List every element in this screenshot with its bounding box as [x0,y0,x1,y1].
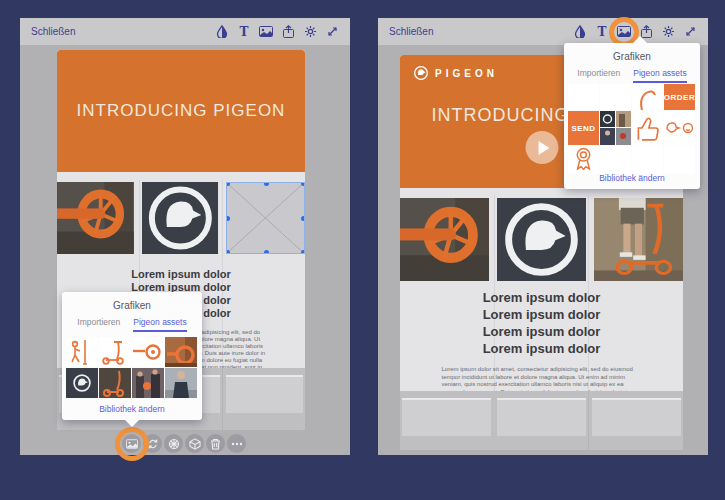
email-image-placeholder-selected[interactable] [226,182,305,254]
trash-icon[interactable] [206,434,225,453]
asset-thumb-order-button[interactable]: ORDER [664,84,695,110]
color-drop-icon[interactable] [215,25,229,39]
asset-thumb-pigeon-logo[interactable] [66,368,98,398]
tab-importieren[interactable]: Importieren [577,68,620,83]
asset-thumb-scooter-dark-photo[interactable] [99,368,131,398]
popup-notch [125,420,139,427]
play-icon [538,141,549,155]
settings-icon[interactable] [303,25,317,39]
asset-thumbnail-grid [62,332,202,398]
close-button[interactable]: Schließen [31,26,75,37]
email-footer-card[interactable] [592,398,681,436]
popup-title: Grafiken [62,292,202,311]
email-image-wheel-photo[interactable] [57,182,134,254]
order-label: ORDER [664,93,695,102]
text-icon-glyph: T [240,26,249,38]
logo-text: PIGEON [435,68,498,79]
email-footer-card[interactable] [226,375,303,413]
send-label: SEND [571,124,595,133]
tab-pigeon-assets[interactable]: Pigeon assets [133,317,186,332]
popup-title: Grafiken [564,43,700,62]
topbar-icon-group: T [215,25,339,39]
selection-handle[interactable] [264,250,269,254]
email-image-pigeon-logo[interactable] [142,182,219,254]
asset-thumbnail-row: SEND [564,111,700,145]
play-button[interactable] [525,131,558,164]
lorem-line: Lorem ipsum dolor [400,289,683,306]
asset-thumb-blank[interactable] [600,146,631,174]
lorem-line: Lorem ipsum dolor [400,306,683,323]
image-icon[interactable] [617,25,631,39]
close-button[interactable]: Schließen [389,26,433,37]
email-hero-block[interactable]: INTRODUCING PIGEON [57,50,305,172]
asset-thumb-rider-sketch[interactable] [66,337,98,367]
cube-icon[interactable] [185,434,204,453]
email-image-scooter-kid-photo[interactable] [594,198,683,281]
text-icon[interactable]: T [237,25,251,39]
text-icon-glyph: T [598,26,607,38]
email-image-row [400,198,683,281]
asset-thumb-blank[interactable] [664,146,695,174]
asset-thumbnail-row [564,146,700,174]
editor-topbar: Schließen T [378,18,708,45]
asset-thumb-blank[interactable] [632,146,663,174]
block-action-toolbar [122,434,246,453]
asset-thumb-hand-sketch[interactable] [632,84,663,110]
asset-thumb-blank[interactable] [568,84,599,110]
email-footer-card[interactable] [402,398,491,436]
color-drop-icon[interactable] [573,25,587,39]
tab-pigeon-assets[interactable]: Pigeon assets [633,68,686,83]
editor-panel-before: Schließen T INTRODUCING PIGEON [20,18,350,455]
image-icon[interactable] [122,434,141,453]
pigeon-logo: PIGEON [413,65,498,81]
asset-thumb-send-button[interactable]: SEND [568,111,599,145]
asset-thumb-suit-photo[interactable] [165,368,197,398]
graphics-popup: Grafiken Importieren Pigeon assets ORDER… [564,43,700,189]
change-library-link[interactable]: Bibliothek ändern [62,404,202,414]
selection-handle[interactable] [301,250,305,254]
text-icon[interactable]: T [595,25,609,39]
replace-icon[interactable] [143,434,162,453]
email-footer-section [400,391,683,450]
selection-handle[interactable] [301,216,305,221]
popup-notch [633,36,647,43]
image-icon[interactable] [259,25,273,39]
editor-panel-after: Schließen T PIGEON INTRODUCING PIGEON [378,18,708,455]
graphics-popup: Grafiken Importieren Pigeon assets Bibli… [62,292,202,420]
selection-handle[interactable] [301,182,305,186]
asset-thumb-people-photo[interactable] [132,368,164,398]
asset-thumb-scooter-photo[interactable] [165,337,197,367]
pigeon-logo-icon [413,65,429,81]
tab-importieren[interactable]: Importieren [77,317,120,332]
pattern-icon[interactable] [164,434,183,453]
lorem-line: Lorem ipsum dolor [400,340,683,357]
email-image-row [57,182,305,254]
more-icon[interactable] [227,434,246,453]
popup-tabs: Importieren Pigeon assets [564,68,700,83]
asset-thumb-photo-collage[interactable] [600,111,631,145]
asset-thumb-mini-icons[interactable] [664,111,695,145]
settings-icon[interactable] [661,25,675,39]
fullscreen-icon[interactable] [325,25,339,39]
asset-thumb-scooter-line[interactable] [99,337,131,367]
asset-thumb-blank[interactable] [600,84,631,110]
fullscreen-icon[interactable] [683,25,697,39]
asset-thumbnail-row: ORDER [564,84,700,110]
email-image-pigeon-logo[interactable] [497,198,586,281]
email-footer-card[interactable] [497,398,586,436]
change-library-link[interactable]: Bibliothek ändern [564,173,700,183]
email-image-wheel-photo[interactable] [400,198,489,281]
lorem-line: Lorem ipsum dolor [400,323,683,340]
email-headline: INTRODUCING PIGEON [77,101,286,121]
selection-handle[interactable] [264,182,269,186]
editor-topbar: Schließen T [20,18,350,45]
asset-thumb-medal[interactable] [568,146,599,174]
selection-handle[interactable] [226,250,230,254]
asset-thumb-wheel-line[interactable] [132,337,164,367]
popup-tabs: Importieren Pigeon assets [62,317,202,332]
asset-thumb-thumbs-up[interactable] [632,111,663,145]
lorem-line: Lorem ipsum dolor [57,268,305,281]
share-icon[interactable] [281,25,295,39]
email-text-block[interactable]: Lorem ipsum dolor Lorem ipsum dolor Lore… [400,289,683,357]
